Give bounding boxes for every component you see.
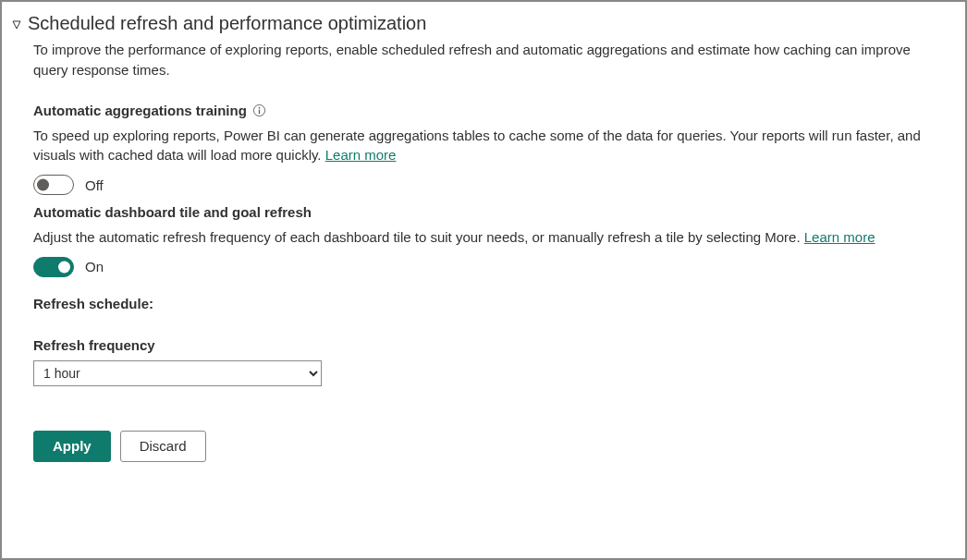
discard-button[interactable]: Discard [120,431,206,462]
apply-button[interactable]: Apply [33,431,111,462]
chevron-expanded-icon[interactable] [11,18,22,30]
aggregations-title: Automatic aggregations training [33,103,247,118]
info-icon[interactable] [252,103,266,117]
aggregations-description: To speed up exploring reports, Power BI … [33,126,941,166]
dashboard-refresh-toggle-label: On [85,259,104,274]
dashboard-refresh-title: Automatic dashboard tile and goal refres… [33,204,941,220]
aggregations-toggle[interactable] [33,175,74,195]
refresh-schedule-label: Refresh schedule: [33,296,941,311]
svg-point-1 [259,106,261,108]
dashboard-refresh-description: Adjust the automatic refresh frequency o… [33,227,941,248]
aggregations-learn-more-link[interactable]: Learn more [325,147,397,163]
section-title: Scheduled refresh and performance optimi… [28,13,426,34]
section-description: To improve the performance of exploring … [33,40,941,80]
dashboard-refresh-toggle[interactable] [33,257,74,277]
aggregations-toggle-label: Off [85,177,104,193]
dashboard-refresh-learn-more-link[interactable]: Learn more [804,229,875,245]
svg-rect-2 [259,109,260,114]
refresh-frequency-label: Refresh frequency [33,337,941,353]
refresh-frequency-select[interactable]: 1 hour [33,360,322,386]
